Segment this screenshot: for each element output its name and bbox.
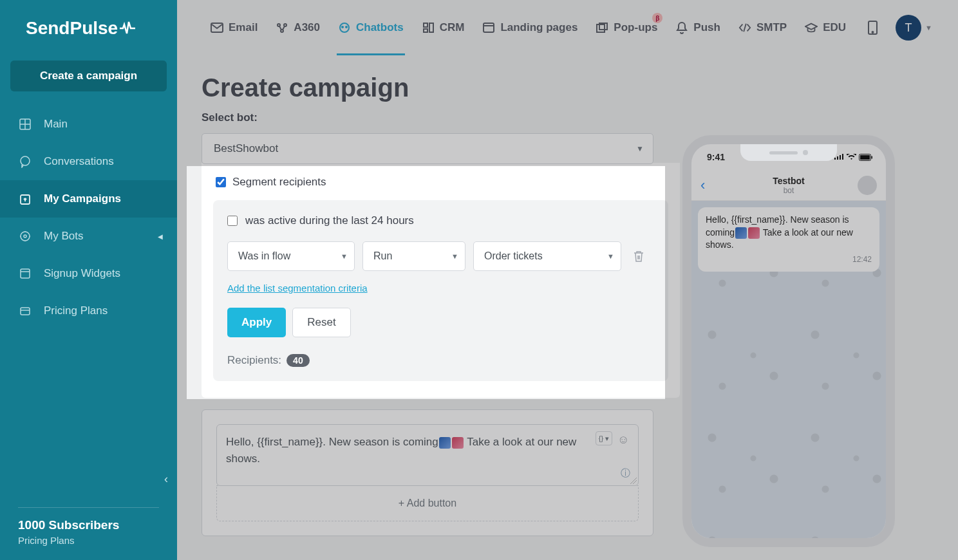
recipients-label: Recipients: [227, 354, 281, 367]
add-segmentation-criteria-link[interactable]: Add the list segmentation criteria [227, 283, 368, 294]
emoji-picker-button[interactable]: ☺ [617, 431, 632, 445]
message-text-before: Hello, {{first_name}}. New season is com… [226, 436, 438, 448]
sidebar-item-pricing-plans[interactable]: Pricing Plans [0, 292, 177, 330]
widget-icon [18, 266, 32, 281]
svg-rect-5 [21, 269, 30, 278]
condition-field-dropdown[interactable]: Was in flow▼ [227, 241, 355, 271]
delete-condition-button[interactable] [633, 250, 648, 263]
sidebar-item-main[interactable]: Main [0, 106, 177, 143]
chatbots-icon [338, 21, 351, 34]
selected-bot-value: BestShowbot [214, 142, 278, 155]
crm-icon [422, 21, 435, 34]
phone-back-button[interactable]: ‹ [700, 177, 705, 194]
nav-crm[interactable]: CRM [413, 0, 474, 55]
mobile-icon[interactable] [868, 21, 878, 35]
chevron-down-icon: ▼ [636, 144, 644, 153]
chevron-down-icon: ▼ [607, 252, 614, 260]
apply-button[interactable]: Apply [227, 308, 286, 337]
campaigns-icon [18, 192, 32, 206]
nav-chatbots[interactable]: Chatbots [329, 0, 413, 55]
topnav: Email A360 Chatbots CRM Landing pages Po… [177, 0, 958, 55]
condition-value-dropdown[interactable]: Order tickets▼ [473, 241, 621, 271]
preview-msg-time: 12:42 [706, 254, 872, 265]
resize-handle[interactable] [630, 478, 637, 484]
nav-smtp[interactable]: SMTP [729, 0, 796, 55]
nav-label: Landing pages [500, 21, 578, 34]
select-bot-dropdown[interactable]: BestShowbot ▼ [202, 133, 653, 164]
svg-point-8 [277, 24, 280, 26]
push-icon [675, 21, 688, 34]
bots-icon [18, 229, 32, 243]
sidebar-item-label: Signup Widgets [44, 267, 120, 280]
sidebar-item-my-bots[interactable]: My Bots ◀ [0, 218, 177, 255]
svg-point-3 [21, 232, 30, 241]
svg-point-9 [284, 24, 286, 26]
beta-badge: β [652, 13, 662, 23]
sidebar-item-label: Conversations [44, 155, 114, 168]
nav-label: A360 [294, 21, 320, 34]
svg-point-4 [24, 235, 26, 238]
condition-operator-dropdown[interactable]: Run▼ [362, 241, 465, 271]
preview-message-bubble: Hello, {{first_name}}. New season is com… [698, 207, 879, 272]
phone-status-icons [834, 154, 873, 161]
logo: SendPulse [0, 0, 177, 53]
svg-point-10 [281, 30, 283, 32]
active-24h-label: was active during the last 24 hours [245, 214, 414, 227]
svg-point-13 [346, 26, 347, 28]
dropdown-value: Run [373, 250, 392, 262]
user-avatar[interactable]: T [896, 15, 921, 41]
svg-rect-24 [872, 156, 873, 158]
nav-edu[interactable]: EDU [796, 0, 855, 55]
chevron-down-icon: ▼ [451, 252, 458, 260]
nav-popups[interactable]: Pop-ups β [587, 0, 666, 55]
sidebar-item-signup-widgets[interactable]: Signup Widgets [0, 255, 177, 292]
chevron-left-icon: ◀ [158, 233, 163, 240]
phone-preview: 9:41 ‹ Testbot bot Hello, {{first_name}}… [682, 135, 895, 547]
phone-bot-sub: bot [773, 186, 805, 195]
popups-icon [596, 21, 608, 34]
segment-recipients-checkbox[interactable] [216, 177, 226, 187]
emoji-2 [748, 227, 760, 239]
svg-rect-16 [429, 23, 433, 32]
sidebar-item-label: My Bots [44, 230, 83, 243]
svg-rect-6 [21, 308, 30, 315]
recipients-row: Recipients: 40 [227, 354, 654, 367]
recipients-count-badge: 40 [286, 354, 310, 367]
nav-email[interactable]: Email [202, 0, 267, 55]
create-campaign-button[interactable]: Create a campaign [10, 61, 167, 91]
phone-bot-name: Testbot [773, 176, 805, 186]
phone-notch [740, 144, 837, 161]
pricing-plans-link[interactable]: Pricing Plans [18, 535, 159, 546]
nav-label: CRM [440, 21, 465, 34]
avatar-caret-icon[interactable]: ▼ [925, 24, 932, 32]
sidebar-item-label: My Campaigns [44, 192, 121, 205]
phone-bot-avatar [858, 176, 877, 195]
active-24h-checkbox[interactable] [227, 216, 238, 226]
page-title: Create campaign [202, 73, 934, 102]
info-icon[interactable]: ⓘ [621, 466, 630, 481]
smtp-icon [738, 21, 751, 34]
emoji-2 [452, 437, 464, 449]
sidebar-item-conversations[interactable]: Conversations [0, 143, 177, 180]
emoji-1 [439, 437, 451, 449]
nav-landing-pages[interactable]: Landing pages [473, 0, 587, 55]
message-textarea[interactable]: Hello, {{first_name}}. New season is com… [216, 424, 639, 486]
svg-rect-17 [484, 23, 494, 32]
sidebar-item-my-campaigns[interactable]: My Campaigns [0, 180, 177, 218]
collapse-sidebar-button[interactable]: ‹ [160, 469, 172, 490]
sidebar: SendPulse Create a campaign Main Convers… [0, 0, 177, 560]
svg-rect-18 [597, 24, 605, 32]
svg-point-1 [21, 156, 30, 165]
insert-variable-button[interactable]: {} ▾ [596, 431, 612, 445]
dropdown-value: Was in flow [238, 250, 290, 262]
sidebar-item-label: Main [44, 118, 68, 131]
nav-a360[interactable]: A360 [267, 0, 329, 55]
add-button-button[interactable]: + Add button [216, 485, 639, 521]
nav-label: EDU [823, 21, 846, 34]
reset-button[interactable]: Reset [292, 308, 350, 337]
subscriber-count: 1000 Subscribers [18, 518, 159, 532]
a360-icon [276, 21, 288, 34]
svg-rect-14 [424, 23, 427, 27]
nav-push[interactable]: Push [666, 0, 729, 55]
emoji-1 [735, 227, 747, 239]
